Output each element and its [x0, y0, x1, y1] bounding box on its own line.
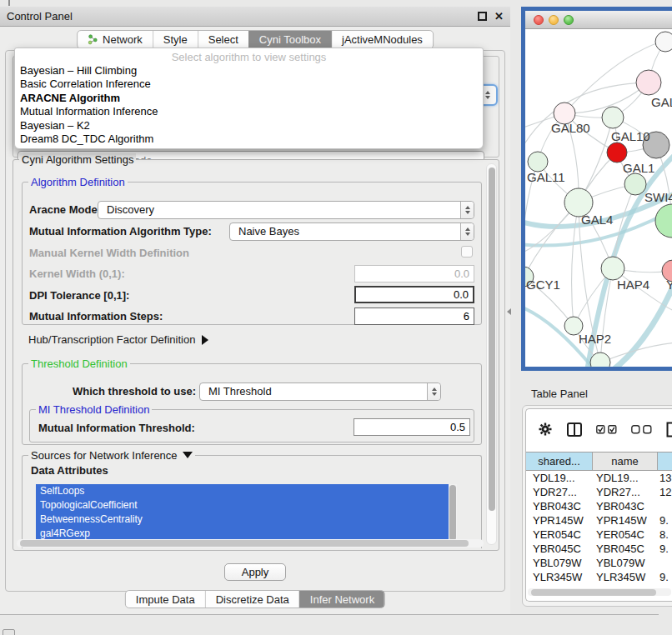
combo-stepper-icon[interactable]	[460, 202, 474, 218]
bottom-left-partial-button[interactable]	[3, 629, 15, 635]
tab-jactivemnodules[interactable]: jActiveMNodules	[331, 31, 433, 48]
algorithm-option-aracne-algorithm[interactable]: ARACNE Algorithm	[15, 92, 483, 105]
checked-boxes-icon[interactable]	[596, 425, 617, 434]
node-hap4[interactable]	[601, 257, 624, 280]
mac-close-icon[interactable]	[534, 15, 544, 25]
splitter-tick	[8, 0, 10, 6]
attribute-item-betweennesscentrality[interactable]: BetweennessCentrality	[36, 512, 449, 527]
split-view-icon[interactable]	[567, 422, 582, 437]
attribute-list-scrollbar[interactable]	[449, 484, 457, 542]
kernel-width-field[interactable]	[354, 265, 474, 282]
table-row[interactable]: YBR045CYBR045C9.	[526, 542, 672, 556]
manual-kernel-checkbox[interactable]	[461, 246, 473, 258]
attribute-item-topologicalcoefficient[interactable]: TopologicalCoefficient	[36, 498, 449, 512]
network-window-titlebar[interactable]	[525, 11, 672, 29]
algorithm-option-basic-correlation-inference[interactable]: Basic Correlation Inference	[15, 78, 483, 91]
column-header-name[interactable]: name	[593, 452, 658, 470]
attribute-item-selfloops[interactable]: SelfLoops	[36, 484, 449, 498]
table-row[interactable]: YBR043CYBR043C	[526, 499, 672, 513]
mac-zoom-icon[interactable]	[564, 15, 574, 25]
column-header-shared[interactable]: shared...	[526, 452, 593, 470]
dpi-tolerance-field[interactable]	[354, 286, 474, 303]
node-gal10[interactable]	[602, 107, 624, 128]
algorithm-option-bayesian-k2[interactable]: Bayesian – K2	[15, 119, 483, 132]
table-row[interactable]: YPR145WYPR145W9.	[526, 513, 672, 528]
table-row[interactable]: YDL19...YDL19...13	[526, 471, 672, 485]
scrollbar-thumb[interactable]	[20, 540, 469, 547]
table-cell: YIL052C	[533, 584, 575, 587]
node-swi4[interactable]	[624, 173, 646, 195]
sources-group-title[interactable]: Sources for Network Inference	[28, 449, 195, 462]
arrow-up-icon	[485, 91, 490, 94]
tab-discretize-data[interactable]: Discretize Data	[205, 591, 299, 608]
table-cell: YLR345W	[596, 570, 645, 584]
table-row[interactable]: YDR27...YDR27...12	[526, 485, 672, 499]
algorithm-option-dream8-dc-tdc-algorithm[interactable]: Dream8 DC_TDC Algorithm	[15, 132, 483, 146]
tab-label: Select	[208, 31, 238, 48]
network-edge	[525, 82, 649, 154]
node-swi4-big[interactable]	[655, 204, 672, 238]
aracne-mode-combo[interactable]: Discovery	[98, 201, 474, 219]
combo-stepper-icon[interactable]	[427, 383, 440, 400]
network-canvas[interactable]: GALGAL80GAL10GAL1GAL11SWI4GAL4GCY1HAP4YH…	[525, 29, 672, 367]
algorithm-option-bayesian-hill-climbing[interactable]: Bayesian – Hill Climbing	[15, 64, 483, 78]
control-panel-titlebar[interactable]: Control Panel ✕	[0, 7, 510, 27]
table-cell: 9.	[659, 542, 669, 556]
which-threshold-combo[interactable]: MI Threshold	[199, 382, 441, 401]
network-edge	[572, 202, 579, 326]
column-header-a[interactable]: A	[658, 452, 672, 470]
node-gal-top[interactable]	[636, 70, 661, 95]
sources-title-text: Sources for Network Inference	[31, 449, 178, 462]
tab-label: Discretize Data	[216, 591, 289, 608]
tab-impute-data[interactable]: Impute Data	[126, 591, 205, 608]
data-attributes-list[interactable]: SelfLoopsTopologicalCoefficientBetweenne…	[36, 484, 457, 542]
hub-definition-label: Hub/Transcription Factor Definition	[28, 333, 195, 346]
table-cell: 9	[659, 584, 665, 587]
algorithm-option-mutual-information-inference[interactable]: Mutual Information Inference	[15, 105, 483, 118]
mac-minimize-icon[interactable]	[549, 15, 559, 25]
table-panel-title: Table Panel	[531, 382, 588, 406]
threshold-definition-title: Threshold Definition	[28, 358, 130, 370]
table-row[interactable]: YBL079WYBL079W	[526, 556, 672, 570]
scrollbar-thumb[interactable]	[489, 168, 495, 511]
node-label-gal-top: GAL	[651, 95, 672, 109]
hub-definition-expander[interactable]: Hub/Transcription Factor Definition	[28, 333, 208, 346]
gear-icon[interactable]	[538, 422, 553, 437]
apply-button[interactable]: Apply	[224, 563, 286, 581]
table-body[interactable]: YDL19...YDL19...13YDR27...YDR27...12YBR0…	[526, 471, 672, 587]
node-top-partial[interactable]	[655, 32, 672, 52]
tab-style[interactable]: Style	[153, 31, 198, 48]
mi-threshold-field[interactable]	[354, 418, 470, 436]
table-cell: YLR345W	[533, 570, 582, 584]
combo-stepper-icon[interactable]	[460, 223, 474, 240]
tab-infer-network[interactable]: Infer Network	[299, 591, 384, 608]
splitter-collapse-icon[interactable]	[507, 308, 511, 315]
table-row[interactable]: YER054CYER054C8.	[526, 528, 672, 542]
table-row[interactable]: YIL052CYIL052C9	[526, 584, 672, 587]
settings-horizontal-scrollbar[interactable]	[17, 539, 484, 548]
table-cell: 9.	[659, 513, 669, 528]
document-icon[interactable]	[666, 422, 672, 438]
mi-type-combo[interactable]: Naive Bayes	[229, 222, 474, 241]
node-gal1[interactable]	[607, 142, 627, 162]
mi-steps-field[interactable]	[354, 308, 474, 325]
unchecked-boxes-icon[interactable]	[631, 425, 652, 434]
network-view-window[interactable]: GALGAL80GAL10GAL1GAL11SWI4GAL4GCY1HAP4YH…	[521, 7, 672, 371]
close-icon[interactable]: ✕	[494, 9, 504, 24]
settings-vertical-scrollbar[interactable]	[486, 163, 497, 545]
tab-select[interactable]: Select	[198, 31, 248, 48]
tab-label: Cyni Toolbox	[259, 31, 321, 48]
table-row[interactable]: YLR345WYLR345W9.	[526, 570, 672, 584]
table-horizontal-scrollbar[interactable]	[528, 588, 671, 596]
node-label-hap4: HAP4	[617, 278, 649, 292]
network-graph[interactable]: GALGAL80GAL10GAL1GAL11SWI4GAL4GCY1HAP4YH…	[525, 29, 672, 367]
tab-network[interactable]: Network	[78, 31, 153, 48]
mi-threshold-group: MI Threshold Definition Mutual Informati…	[29, 409, 474, 442]
tab-label: jActiveMNodules	[342, 31, 423, 48]
node-gal11[interactable]	[528, 152, 548, 172]
data-attributes-label: Data Attributes	[31, 464, 108, 477]
node-label-gal11: GAL11	[527, 170, 565, 184]
float-window-icon[interactable]	[478, 12, 487, 21]
scrollbar-thumb[interactable]	[531, 589, 656, 596]
tab-cyni-toolbox[interactable]: Cyni Toolbox	[248, 31, 331, 48]
